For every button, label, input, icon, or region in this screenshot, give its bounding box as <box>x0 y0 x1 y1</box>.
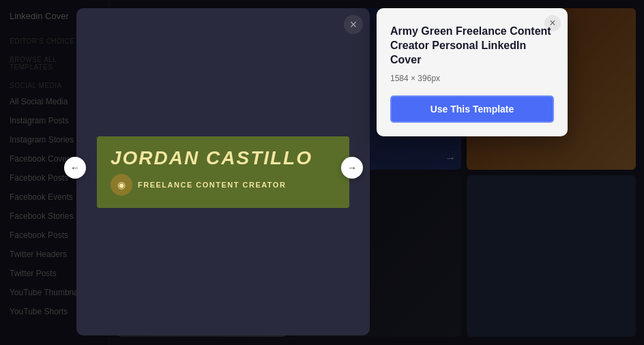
template-dimensions: 1584 × 396px <box>390 74 554 83</box>
image-modal-close-button[interactable]: × <box>344 15 363 34</box>
template-preview-name: JORDAN CASTILLO <box>111 148 312 169</box>
template-info-title: Army Green Freelance Content Creator Per… <box>390 25 554 67</box>
left-arrow-icon: ← <box>70 162 80 173</box>
image-preview-modal: × JORDAN CASTILLO ◉ Freelance Content Cr… <box>76 8 370 335</box>
prev-template-button[interactable]: ← <box>64 157 86 179</box>
template-preview-subtitle: Freelance Content Creator <box>138 181 286 189</box>
info-modal-close-button[interactable]: × <box>544 15 561 31</box>
template-preview-image: JORDAN CASTILLO ◉ Freelance Content Crea… <box>97 136 349 208</box>
use-template-button[interactable]: Use This Template <box>390 95 554 123</box>
next-template-button[interactable]: → <box>341 157 363 179</box>
template-preview-logo-icon: ◉ <box>111 174 132 196</box>
template-info-modal: × Army Green Freelance Content Creator P… <box>377 8 568 136</box>
template-preview-icon-row: ◉ Freelance Content Creator <box>111 174 286 196</box>
right-arrow-icon: → <box>347 162 357 173</box>
